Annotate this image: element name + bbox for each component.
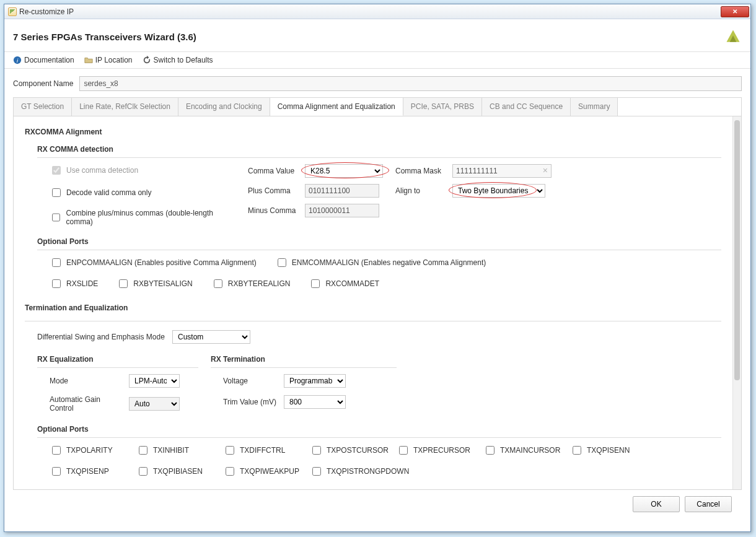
diff-swing-select[interactable]: Custom [172, 330, 250, 344]
component-name-label: Component Name [13, 79, 73, 88]
txqpibiasen-checkbox[interactable]: TXQPIBIASEN [136, 465, 223, 478]
termination-equalization-title: Termination and Equalization [25, 303, 721, 312]
agc-select[interactable]: Auto [129, 397, 180, 411]
tab-cb-cc[interactable]: CB and CC Sequence [482, 98, 571, 116]
align-to-label: Align to [395, 186, 447, 195]
minus-comma-input[interactable] [305, 204, 379, 217]
txpostcursor-checkbox[interactable]: TXPOSTCURSOR [310, 444, 397, 456]
rxslide-checkbox[interactable]: RXSLIDE [50, 277, 98, 290]
rxcommadet-checkbox[interactable]: RXCOMMADET [309, 277, 379, 290]
comma-value-select[interactable]: K28.5 [305, 164, 383, 178]
rxcomma-alignment-title: RXCOMMA Alignment [25, 128, 721, 136]
rxbyteisalign-checkbox[interactable]: RXBYTEISALIGN [116, 277, 192, 290]
window-close-button[interactable]: ✕ [721, 6, 749, 17]
tab-summary[interactable]: Summary [571, 98, 618, 116]
optional-ports2-title: Optional Ports [37, 425, 721, 434]
decode-valid-comma-checkbox[interactable]: Decode valid comma only [50, 186, 235, 199]
panel: RXCOMMA Alignment RX COMMA detection Use… [14, 116, 732, 489]
titlebar[interactable]: Re-customize IP ✕ [4, 4, 750, 19]
toolbar: i Documentation IP Location Switch to De… [4, 52, 750, 69]
trim-value-select[interactable]: 800 [284, 395, 346, 409]
txprecursor-checkbox[interactable]: TXPRECURSOR [397, 444, 483, 456]
align-to-select[interactable]: Two Byte Boundaries [452, 184, 545, 198]
enpcommaalign-checkbox[interactable]: ENPCOMMAALIGN (Enables positive Comma Al… [50, 256, 257, 269]
switch-defaults-label: Switch to Defaults [154, 56, 213, 64]
txqpisenp-checkbox[interactable]: TXQPISENP [50, 465, 136, 478]
rx-comma-detection-title: RX COMMA detection [37, 145, 721, 154]
optional-ports-title: Optional Ports [37, 237, 721, 246]
txqpisenn-checkbox[interactable]: TXQPISENN [570, 444, 657, 456]
rx-equalization-title: RX Equalization [37, 355, 198, 364]
trim-value-label: Trim Value (mV) [223, 398, 279, 406]
agc-label: Automatic Gain Control [50, 395, 124, 413]
folder-icon [84, 56, 93, 64]
txdiffctrl-checkbox[interactable]: TXDIFFCTRL [223, 444, 310, 456]
diff-swing-label: Differential Swing and Emphasis Mode [37, 333, 167, 341]
tabs: GT Selection Line Rate, RefClk Selection… [13, 97, 742, 116]
rxeq-mode-select[interactable]: LPM-Auto [129, 374, 180, 388]
txqpiweakpup-checkbox[interactable]: TXQPIWEAKPUP [223, 465, 310, 478]
window: Re-customize IP ✕ 7 Series FPGAs Transce… [4, 4, 751, 532]
rxeq-mode-label: Mode [50, 377, 124, 385]
tab-gt-selection[interactable]: GT Selection [14, 98, 72, 116]
ok-button[interactable]: OK [633, 496, 680, 512]
info-icon: i [13, 56, 22, 64]
txmaincursor-checkbox[interactable]: TXMAINCURSOR [483, 444, 570, 456]
comma-mask-input[interactable] [452, 164, 552, 178]
tab-comma-alignment[interactable]: Comma Alignment and Equalization [270, 98, 403, 116]
plus-comma-label: Plus Comma [248, 186, 300, 195]
plus-comma-input[interactable] [305, 184, 379, 198]
cancel-button[interactable]: Cancel [685, 496, 732, 512]
comma-value-label: Comma Value [248, 167, 300, 175]
tab-encoding[interactable]: Encoding and Clocking [178, 98, 270, 116]
combine-commas-checkbox[interactable]: Combine plus/minus commas (double-length… [50, 209, 235, 226]
component-name-row: Component Name [13, 76, 742, 91]
comma-mask-label: Comma Mask [395, 167, 447, 175]
panel-scrollbar[interactable] [732, 116, 741, 489]
panel-wrap: RXCOMMA Alignment RX COMMA detection Use… [13, 116, 742, 490]
txinhibit-checkbox[interactable]: TXINHIBIT [136, 444, 223, 456]
documentation-label: Documentation [24, 56, 74, 64]
ip-location-link[interactable]: IP Location [84, 56, 133, 64]
app-icon [8, 7, 17, 16]
documentation-link[interactable]: i Documentation [13, 56, 74, 64]
txpolarity-checkbox[interactable]: TXPOLARITY [50, 444, 136, 456]
tab-line-rate[interactable]: Line Rate, RefClk Selection [72, 98, 178, 116]
rxbyterealign-checkbox[interactable]: RXBYTEREALIGN [211, 277, 291, 290]
tab-pcie[interactable]: PCIe, SATA, PRBS [403, 98, 482, 116]
enmcommaalign-checkbox[interactable]: ENMCOMMAALIGN (Enables negative Comma Al… [275, 256, 486, 269]
minus-comma-label: Minus Comma [248, 206, 300, 215]
switch-defaults-link[interactable]: Switch to Defaults [143, 56, 213, 64]
window-title: Re-customize IP [19, 7, 74, 16]
body: Component Name GT Selection Line Rate, R… [4, 69, 750, 518]
use-comma-detection-checkbox: Use comma detection [50, 164, 235, 177]
vendor-logo-icon [724, 28, 742, 45]
ip-location-label: IP Location [95, 56, 133, 64]
rx-termination-title: RX Termination [211, 355, 397, 364]
component-name-input[interactable] [79, 76, 742, 91]
page-title: 7 Series FPGAs Transceivers Wizard (3.6) [13, 32, 196, 42]
voltage-label: Voltage [223, 377, 279, 385]
txqpistrongpdown-checkbox[interactable]: TXQPISTRONGPDOWN [310, 465, 415, 478]
voltage-select[interactable]: Programmable [284, 374, 346, 388]
header: 7 Series FPGAs Transceivers Wizard (3.6) [4, 19, 750, 52]
footer: OK Cancel [13, 490, 742, 518]
refresh-icon [143, 56, 151, 64]
